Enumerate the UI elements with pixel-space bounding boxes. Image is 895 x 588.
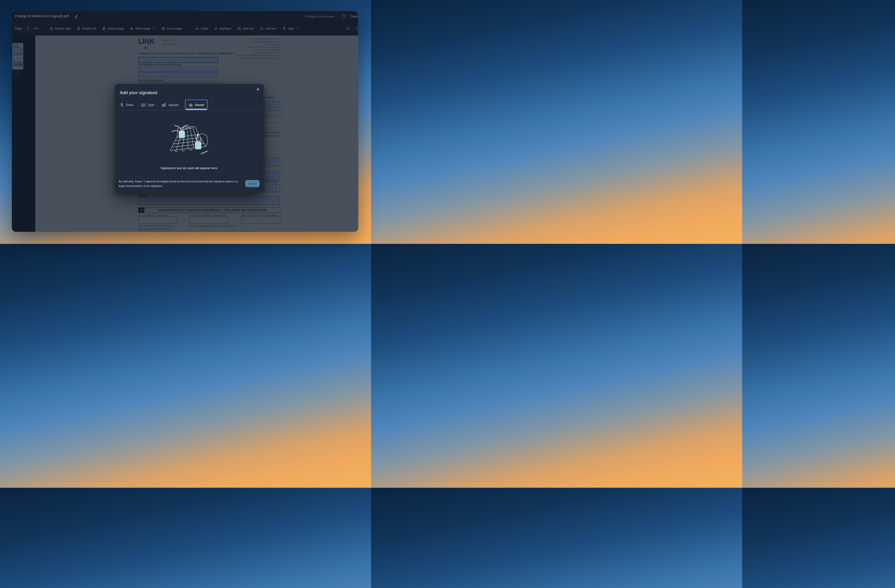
search-icon[interactable] — [346, 26, 350, 30]
draw-button[interactable]: Draw — [196, 27, 208, 30]
tab-type[interactable]: Type — [140, 100, 155, 110]
titlebar: Change of Address tes (signed).pdf Chang… — [12, 11, 358, 21]
rotate-right-button[interactable]: Rotate right — [50, 27, 71, 30]
delete-page-button[interactable]: Delete page — [102, 27, 124, 30]
section-b-title: SIGNATURE(S) OF SECURITYHOLDER(S) – THIS… — [144, 208, 280, 213]
add-text-icon — [237, 27, 241, 30]
securityholder2-label: Joint Securityholder 2 (Individual) — [189, 214, 226, 217]
link-logo: LINK — [138, 37, 155, 45]
signature-box-2[interactable] — [189, 217, 229, 224]
move-page-button[interactable]: Move page — [130, 27, 155, 30]
edit-text-button[interactable]: Edit text — [260, 27, 276, 30]
camera-icon — [162, 103, 166, 107]
link-logo-subtext: Market Services — [162, 38, 176, 46]
signature-box-1[interactable] — [138, 217, 177, 224]
cloud-icon — [189, 103, 193, 107]
tab-upload[interactable]: Upload — [161, 100, 179, 110]
full-name-field-1[interactable] — [138, 67, 218, 72]
highlighter-icon — [214, 27, 218, 30]
zoom-out-icon[interactable] — [356, 26, 358, 32]
srn-char-grid[interactable] — [265, 102, 280, 111]
highlight-button[interactable]: Highlight — [214, 27, 231, 30]
chevron-down-icon — [296, 27, 299, 30]
document-title: Change of Address tes (signed).pdf — [15, 14, 68, 18]
account-designation-label: Account Designation — [138, 79, 164, 82]
post-code-label: Post Code — [265, 180, 278, 183]
charge-note-partial: ge for changes n Australia Post — [263, 131, 280, 138]
toolbar: Page: of 1 Rotate right Rotate left — [12, 21, 358, 35]
tab-draw[interactable]: Draw — [119, 100, 134, 110]
link-logo-dot — [145, 47, 147, 49]
thumbnail-panel: 1 — [12, 35, 35, 232]
toolbar-divider — [46, 26, 46, 32]
registry-address-block: All Registry communications to: Link Mar… — [235, 37, 280, 60]
toolbar-right-icons — [346, 21, 358, 35]
move-icon — [130, 27, 134, 30]
page-count-label: of 1 — [33, 27, 39, 30]
rotate-left-button[interactable]: Rotate left — [77, 27, 96, 30]
titlebar-right-cluster: Changes were made ? Cancel — [305, 11, 358, 21]
sign-pen-icon — [282, 27, 286, 30]
sign-button[interactable]: Sign — [282, 27, 299, 30]
address-char-grid-1[interactable] — [265, 158, 280, 166]
signature-tabs: Draw Type Upload — [119, 100, 208, 110]
signing-instructions: Signing Instructions: This form should b… — [138, 230, 257, 232]
draw-squiggle-icon — [196, 27, 199, 30]
section-b-letter: B — [138, 208, 144, 213]
securityholder1-label: Securityholder 1 (Individual) — [138, 214, 169, 217]
page-label: Page: — [15, 27, 23, 30]
director-secretary-label: Director/Company Secretary (delete one) — [189, 224, 235, 227]
trash-icon — [102, 27, 106, 30]
add-text-button[interactable]: Add text — [237, 27, 254, 30]
date-label: Date — [241, 230, 246, 232]
legal-disclaimer: By selecting “Insert,” I agree to be leg… — [119, 179, 241, 188]
tab-saved-active[interactable]: Saved — [185, 100, 208, 110]
securityholder3-label: Joint Securityholder 3 (Individual) — [241, 214, 278, 217]
empty-tray-illustration — [168, 124, 208, 158]
section-b-header: B SIGNATURE(S) OF SECURITYHOLDER(S) – TH… — [138, 208, 281, 213]
sole-director-label-line1: Sole Director and Sole Company — [138, 224, 174, 227]
modal-title: Add your signature — [120, 90, 158, 95]
full-names-label: Full Name(s) of Registered Holding — [138, 63, 182, 66]
add-signature-modal: ✕ Add your signature Draw Type — [115, 84, 264, 193]
toolbar-divider — [353, 26, 353, 31]
rotate-right-icon — [50, 27, 53, 30]
rotate-left-icon — [77, 27, 80, 30]
empty-state-text: Signatures you’ve used will appear here. — [115, 166, 264, 170]
country-char-grid[interactable] — [138, 197, 279, 205]
changes-status-text: Changes were made — [305, 15, 334, 18]
tabs-separator — [119, 110, 260, 111]
pen-icon — [120, 103, 124, 107]
chevron-down-icon — [153, 27, 155, 30]
company-trust-label: Company or Trust in which investment is … — [138, 52, 233, 55]
signature-box-3[interactable] — [241, 217, 280, 224]
keyboard-icon — [141, 103, 146, 107]
help-icon[interactable]: ? — [341, 14, 347, 19]
insert-page-icon — [161, 27, 165, 30]
insert-button[interactable]: Insert — [245, 180, 259, 187]
sole-director-label-line2: Secretary/Director (delete one) — [138, 227, 172, 230]
close-icon[interactable]: ✕ — [255, 87, 261, 92]
thumbnail-page-number: 1 — [17, 70, 18, 74]
page-number-input[interactable] — [25, 26, 32, 32]
page-thumbnail-selected[interactable] — [12, 43, 23, 70]
post-code-char-grid[interactable] — [265, 184, 280, 192]
edit-pencil-icon[interactable] — [74, 14, 78, 18]
cancel-button[interactable]: Cancel — [350, 15, 358, 18]
edit-text-icon — [260, 27, 264, 30]
insert-page-button[interactable]: Insert page — [161, 27, 182, 30]
company-trust-field[interactable] — [138, 57, 218, 63]
hin-box[interactable] — [265, 115, 280, 123]
address-char-grid-2[interactable] — [265, 171, 280, 180]
titlebar-divider — [338, 14, 338, 19]
full-name-field-2[interactable] — [138, 72, 218, 77]
